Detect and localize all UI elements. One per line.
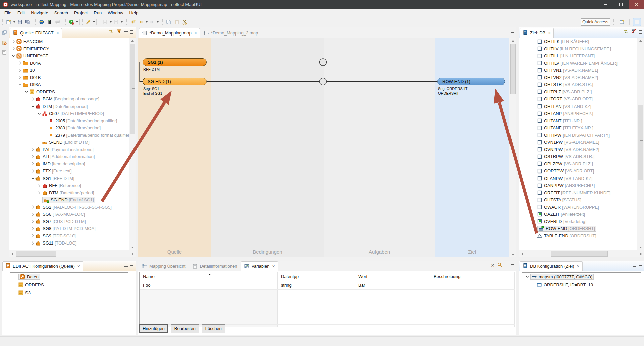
- chevron-right-icon[interactable]: [17, 60, 23, 66]
- checkbox-checked-icon[interactable]: [537, 212, 543, 217]
- bearbeiten-button[interactable]: Bearbeiten: [171, 324, 199, 333]
- config-item-s3[interactable]: S3: [10, 289, 128, 297]
- db-field-overld[interactable]: OVERLD [Verladetag]: [519, 218, 637, 225]
- save-all-button[interactable]: [24, 18, 32, 26]
- tree-item-ali[interactable]: ALI [Additional information]: [9, 153, 129, 160]
- chevron-right-icon[interactable]: [17, 68, 23, 73]
- chevron-right-icon[interactable]: [30, 161, 36, 166]
- db-field-table-end[interactable]: TABLE-END [ORDERSHT]: [519, 232, 637, 240]
- close-icon[interactable]: ×: [77, 264, 80, 269]
- chevron-right-icon[interactable]: [30, 96, 36, 102]
- i-effect-globe-button[interactable]: [38, 18, 46, 26]
- tree-item-sg11[interactable]: SG11 [TOD-LOC]: [9, 239, 129, 247]
- chevron-right-icon[interactable]: [30, 240, 36, 246]
- chevron-down-icon[interactable]: [24, 89, 29, 94]
- node-sg1[interactable]: SG1 (1): [143, 58, 207, 66]
- column-header-name[interactable]: Name: [140, 272, 278, 281]
- tree-item-unedifact[interactable]: UNEDIFACT: [9, 52, 129, 60]
- config-item-daten[interactable]: Daten: [10, 273, 128, 281]
- close-icon[interactable]: ×: [577, 264, 580, 269]
- db-config-node[interactable]: ORDERSHT, ID=DBT_10: [522, 281, 641, 289]
- db-field-ovn2pw[interactable]: OVN2PW [VS-ADR.NAME2]: [519, 146, 637, 153]
- chevron-right-icon[interactable]: [30, 233, 36, 238]
- tree-item-sg6[interactable]: SG6 [TAX-MOA-LOC]: [9, 211, 129, 218]
- node-row-end[interactable]: ROW-END (1): [437, 78, 505, 85]
- checkbox-icon[interactable]: [537, 60, 543, 66]
- forward-button[interactable]: [148, 18, 156, 26]
- column-header-datentyp[interactable]: Datentyp: [278, 272, 355, 281]
- next-edit-location-dropdown-icon[interactable]: [109, 18, 112, 26]
- tree-item-dtm[interactable]: DTM [Date/time/period]: [9, 189, 129, 197]
- sync-mapping-icon[interactable]: [623, 29, 629, 35]
- db-field-oanppw[interactable]: OANPPW [ANSPRECHP.]: [519, 182, 637, 189]
- tree-item-2379[interactable]: 2379 [Date/time/period format qualifier]: [9, 132, 129, 139]
- db-field-ohtanp[interactable]: OHTANP [ANSPRECHP.]: [519, 110, 637, 117]
- menu-run[interactable]: Run: [91, 10, 105, 16]
- maximize-icon[interactable]: [639, 265, 642, 268]
- previous-edit-location-button[interactable]: [112, 18, 120, 26]
- chevron-right-icon[interactable]: [30, 226, 36, 231]
- db-field-ostrpw[interactable]: OSTRPW [VS-ADR.STR.]: [519, 153, 637, 160]
- menu-search[interactable]: Search: [51, 10, 71, 16]
- paste-button[interactable]: [173, 18, 181, 26]
- table-empty-row[interactable]: [140, 307, 515, 316]
- filter-icon[interactable]: [116, 29, 122, 35]
- db-field-ohtilv[interactable]: OHTILV [ILN WAREN- EMPFÄNGER]: [519, 60, 637, 67]
- node-sg-end[interactable]: SG-END (1): [143, 78, 207, 85]
- db-field-ohtlan[interactable]: OHTLAN [VS-LAND-KZ]: [519, 103, 637, 110]
- checkbox-icon[interactable]: [537, 39, 543, 44]
- checkbox-icon[interactable]: [537, 204, 543, 210]
- db-field-oortpw[interactable]: OORTPW [VS-ADR.ORT]: [519, 167, 637, 175]
- tab-source-edifact[interactable]: Quelle: EDIFACT ×: [10, 28, 62, 38]
- maximize-icon[interactable]: [511, 32, 514, 35]
- close-icon[interactable]: ×: [272, 264, 275, 269]
- hinzufügen-button[interactable]: Hinzufügen: [139, 324, 168, 333]
- chevron-down-icon[interactable]: [525, 274, 530, 279]
- checkbox-icon[interactable]: [537, 132, 543, 138]
- mapping-wand-dropdown-icon[interactable]: [92, 18, 95, 26]
- db-field-ohtill[interactable]: OHTILL [ILN LIEFERANT]: [519, 52, 637, 60]
- outline-doc-icon[interactable]: [2, 50, 7, 56]
- maximize-icon[interactable]: [130, 265, 133, 268]
- db-config-node[interactable]: mapsm (I009777T, C#ACO): [522, 273, 641, 281]
- chevron-right-icon[interactable]: [30, 154, 36, 159]
- checkbox-icon[interactable]: [537, 176, 543, 181]
- chevron-down-icon[interactable]: [37, 111, 42, 116]
- search-icon[interactable]: [497, 262, 502, 268]
- tab-db-konfiguration[interactable]: DB Konfiguration (Ziel) ×: [520, 261, 583, 271]
- db-field-ohtplz[interactable]: OHTPLZ [VS-ADR.PLZ.]: [519, 88, 637, 96]
- db-field-ohtort[interactable]: OHTORT [VS-ADR.ORT]: [519, 95, 637, 103]
- table-empty-row[interactable]: [140, 290, 515, 298]
- db-field-ohtanf[interactable]: OHTANF [TELEFAX-NR.]: [519, 124, 637, 132]
- maximize-icon[interactable]: [639, 30, 642, 34]
- minimize-icon[interactable]: [633, 266, 636, 267]
- source-vertical-scrollbar[interactable]: [129, 38, 136, 250]
- checkbox-icon[interactable]: [537, 103, 543, 109]
- table-empty-row[interactable]: [140, 316, 515, 325]
- tree-item-ftx[interactable]: FTX [Free text]: [9, 167, 129, 175]
- chevron-right-icon[interactable]: [30, 212, 36, 217]
- maximize-icon[interactable]: [130, 30, 133, 34]
- variables-table[interactable]: NameDatentypWertBeschreibungFoostringBar: [139, 272, 515, 327]
- save-button[interactable]: [16, 18, 24, 26]
- löschen-button[interactable]: Löschen: [202, 324, 225, 333]
- db-field-ohtilk[interactable]: OHTILK [ILN KÄUFER]: [519, 38, 637, 45]
- maximize-icon[interactable]: [511, 264, 514, 267]
- menu-window[interactable]: Window: [105, 10, 126, 16]
- minimize-icon[interactable]: [505, 32, 508, 33]
- tab-edifact-konfiguration[interactable]: EDIFACT Konfiguration (Quelle) ×: [2, 261, 83, 271]
- checkbox-icon[interactable]: [537, 82, 543, 87]
- window-close-button[interactable]: ✕: [629, 0, 644, 9]
- tree-item-2005[interactable]: 2005 [Date/time/period qualifier]: [9, 117, 129, 125]
- tree-item-edienergy[interactable]: EDIENERGY: [9, 45, 129, 53]
- checkbox-icon[interactable]: [537, 125, 543, 131]
- checkbox-icon[interactable]: [537, 118, 543, 123]
- db-field-ohtipw[interactable]: OHTIPW [ILN DISPATCH PARTY]: [519, 132, 637, 139]
- tree-item-sg8[interactable]: SG8 [PAT-DTM-PCD-MOA]: [9, 225, 129, 232]
- tree-item-sg9[interactable]: SG9 [TDT-SG10]: [9, 232, 129, 240]
- chevron-right-icon[interactable]: [11, 46, 16, 51]
- tree-item-bgm[interactable]: BGM [Beginning of message]: [9, 95, 129, 103]
- print-button[interactable]: [54, 18, 62, 26]
- tree-item-orders[interactable]: ORDERS: [9, 88, 129, 96]
- checkbox-icon[interactable]: [537, 75, 543, 80]
